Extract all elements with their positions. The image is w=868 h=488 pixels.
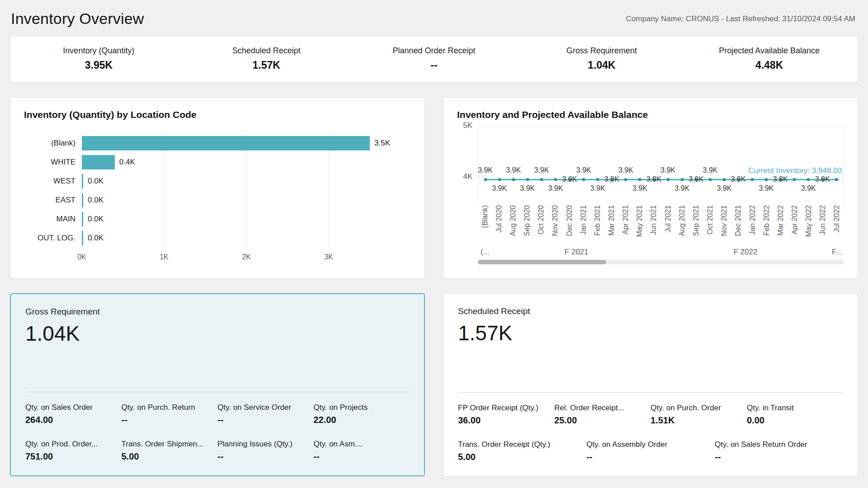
detail-kpi-label: Qty. on Service Order: [217, 403, 314, 412]
detail-kpi-value: --: [715, 452, 843, 462]
x-axis-label-cell: Jun 2022: [816, 205, 830, 247]
detail-kpi-label: Qty. on Assembly Order: [586, 440, 715, 449]
detail-kpi[interactable]: Qty. on Service Order--: [217, 403, 314, 425]
detail-kpi[interactable]: Trans. Order Shipmen...5.00: [122, 440, 218, 462]
detail-kpi[interactable]: Qty. in Transit0.00: [747, 404, 843, 426]
detail-row: Qty. on Prod. Order...751.00Trans. Order…: [25, 440, 410, 462]
kpi-item[interactable]: Scheduled Receipt1.57K: [183, 46, 350, 71]
x-axis-label: Jun 2022: [819, 205, 827, 235]
data-point-marker[interactable]: [807, 178, 810, 181]
detail-kpi-value: --: [586, 452, 715, 462]
detail-kpi[interactable]: Qty. on Purch. Return--: [122, 403, 218, 425]
data-point-marker[interactable]: [835, 178, 838, 181]
data-point-marker[interactable]: [638, 178, 642, 181]
x-axis-label-cell: Feb 2022: [760, 205, 774, 247]
x-axis-label-cell: (Blank): [478, 205, 492, 247]
data-point-marker[interactable]: [751, 178, 754, 181]
x-axis-label: Jan 2021: [580, 205, 588, 235]
data-point-label: 3.9K: [773, 175, 788, 183]
detail-kpi-value: 751.00: [25, 451, 122, 462]
data-point-marker[interactable]: [540, 178, 543, 181]
detail-kpi[interactable]: Qty. on Asm....--: [314, 440, 410, 462]
detail-kpi[interactable]: Qty. on Sales Return Order--: [715, 440, 843, 462]
kpi-item[interactable]: Gross Requirement1.04K: [518, 46, 685, 71]
kpi-label: Planned Order Receipt: [350, 46, 518, 56]
x-axis-label-cell: Oct 2021: [703, 205, 717, 247]
data-point-marker[interactable]: [526, 178, 529, 181]
data-point-marker[interactable]: [554, 178, 557, 181]
divider: [458, 392, 843, 393]
x-axis-label: Aug 2021: [678, 205, 686, 236]
bar[interactable]: [82, 231, 83, 245]
detail-kpi-value: --: [314, 451, 410, 462]
kpi-item[interactable]: Inventory (Quantity)3.95K: [15, 46, 183, 71]
data-point-label: 3.9K: [520, 184, 535, 192]
bar-category-label: OUT. LOG.: [24, 229, 82, 248]
kpi-value: --: [350, 59, 518, 71]
bar-category-label: EAST: [24, 191, 82, 210]
data-point-label: 3.9K: [703, 166, 717, 174]
bar-categories: (Blank)WHITEWESTEASTMAINOUT. LOG.: [24, 134, 82, 265]
data-point-marker[interactable]: [498, 178, 501, 181]
detail-kpi-value: 36.00: [458, 415, 554, 426]
detail-kpi-label: Qty. on Sales Order: [25, 403, 122, 412]
x-axis-label: Jun 2021: [650, 205, 658, 235]
data-point-marker[interactable]: [666, 178, 670, 181]
detail-kpi[interactable]: Qty. on Prod. Order...751.00: [25, 440, 122, 462]
kpi-item[interactable]: Projected Available Balance4.48K: [685, 46, 853, 71]
bar[interactable]: [82, 136, 370, 150]
line-chart-title: Inventory and Projected Available Balanc…: [457, 109, 844, 120]
x-axis-label-cell: Dec 2021: [731, 205, 745, 247]
data-point-marker[interactable]: [582, 178, 585, 181]
y-axis-label: 5K: [463, 121, 472, 130]
data-point-marker[interactable]: [596, 178, 599, 181]
detail-kpi-value: 22.00: [314, 415, 410, 425]
data-point-marker[interactable]: [484, 178, 487, 181]
data-point-label: 3.9K: [646, 175, 661, 183]
x-axis-group-label: F 2022: [733, 248, 757, 257]
page-title: Inventory Overview: [11, 10, 144, 28]
x-axis-label-cell: Aug 2020: [506, 205, 520, 247]
kpi-label: Scheduled Receipt: [183, 46, 350, 56]
line-chart-card[interactable]: Inventory and Projected Available Balanc…: [443, 97, 858, 279]
kpi-item[interactable]: Planned Order Receipt--: [350, 46, 518, 71]
data-point-marker[interactable]: [722, 178, 726, 181]
detail-kpi[interactable]: Rel. Order Receipt...25.00: [554, 404, 651, 426]
data-point-marker[interactable]: [624, 178, 627, 181]
chart-scrollbar-thumb[interactable]: [478, 260, 606, 264]
scheduled-receipt-card[interactable]: Scheduled Receipt 1.57K FP Order Receipt…: [443, 293, 858, 476]
bar-x-axis: 0K1K2K3K: [82, 248, 411, 265]
data-point-label: 3.9K: [506, 166, 521, 174]
detail-kpi-label: Qty. on Prod. Order...: [25, 440, 122, 449]
bar[interactable]: [82, 174, 83, 188]
data-point-marker[interactable]: [765, 178, 768, 181]
data-point-label: 3.9K: [675, 184, 689, 192]
bar[interactable]: [82, 212, 83, 226]
data-point-marker[interactable]: [708, 178, 712, 181]
card-value: 1.57K: [458, 321, 843, 345]
data-point-marker[interactable]: [680, 178, 684, 181]
detail-kpi[interactable]: Qty. on Purch. Order1.51K: [651, 404, 747, 426]
bar[interactable]: [82, 155, 115, 169]
detail-row: FP Order Receipt (Qty.)36.00Rel. Order R…: [458, 404, 843, 426]
gross-requirement-card[interactable]: Gross Requirement 1.04K Qty. on Sales Or…: [10, 293, 425, 476]
detail-kpi[interactable]: Qty. on Sales Order264.00: [25, 403, 122, 425]
data-point-marker[interactable]: [512, 178, 515, 181]
detail-kpi[interactable]: Qty. on Assembly Order--: [586, 440, 715, 462]
detail-kpi[interactable]: FP Order Receipt (Qty.)36.00: [458, 404, 554, 426]
data-point-label: 3.9K: [632, 184, 647, 192]
bar-chart-card[interactable]: Inventory (Quantity) by Location Code (B…: [10, 97, 425, 279]
data-point-marker[interactable]: [793, 178, 796, 181]
bar-row: 0.4K: [82, 153, 411, 172]
x-axis-label: Oct 2020: [537, 205, 545, 235]
detail-kpi[interactable]: Planning Issues (Qty.)--: [217, 440, 314, 462]
bar[interactable]: [82, 193, 83, 207]
detail-kpi[interactable]: Qty. on Projects22.00: [314, 403, 410, 425]
kpi-value: 4.48K: [685, 59, 853, 71]
chart-scrollbar[interactable]: [478, 260, 844, 264]
x-axis-label-cell: Jan 2022: [745, 205, 760, 247]
detail-kpi[interactable]: Trans. Order Receipt (Qty.)5.00: [458, 440, 586, 462]
bar-row: 0.0K: [82, 229, 411, 248]
x-axis-label-cell: Jul 2020: [492, 205, 506, 247]
x-axis-label-cell: Apr 2021: [619, 205, 633, 247]
